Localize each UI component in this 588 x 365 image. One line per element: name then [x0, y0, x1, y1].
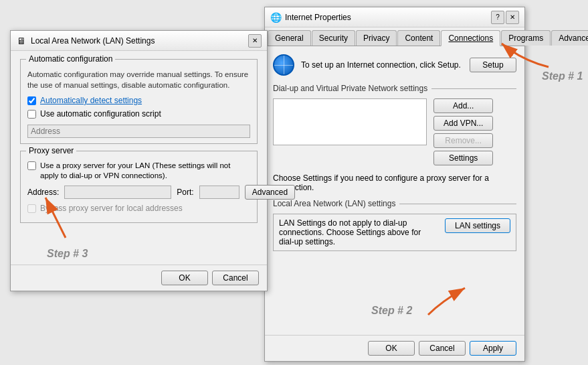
auto-detect-checkbox[interactable]: [27, 96, 36, 105]
proxy-row: Choose Settings if you need to configure…: [273, 173, 516, 192]
use-proxy-checkbox[interactable]: [27, 161, 36, 170]
lan-outer-box: LAN Settings do not apply to dial-up con…: [273, 214, 516, 251]
auto-detect-label[interactable]: Automatically detect settings: [40, 96, 142, 106]
lan-content-row: LAN Settings do not apply to dial-up con…: [279, 218, 510, 246]
lan-titlebar-left: 🖥 Local Area Network (LAN) Settings: [16, 35, 155, 46]
titlebar-title-left: 🌐 Internet Properties: [270, 12, 351, 23]
vpn-section: Add... Add VPN... Remove... Settings: [273, 98, 516, 165]
settings-button[interactable]: Settings: [433, 151, 493, 165]
script-address-input[interactable]: [27, 125, 250, 138]
lan-dialog-title: Local Area Network (LAN) Settings: [31, 36, 155, 46]
proxy-server-content: Use a proxy server for your LAN (These s…: [27, 161, 250, 214]
bypass-proxy-row: Bypass proxy server for local addresses: [27, 204, 250, 214]
dialup-divider-line: [431, 88, 516, 89]
proxy-server-title: Proxy server: [26, 146, 76, 155]
auto-config-title: Automatic configuration: [26, 54, 115, 64]
proxy-address-row: Address: Port: Advanced: [27, 185, 250, 200]
tabs-bar: General Security Privacy Content Connect…: [265, 27, 524, 46]
lan-ok-button[interactable]: OK: [161, 271, 208, 285]
proxy-server-group: Proxy server Use a proxy server for your…: [20, 151, 258, 222]
auto-config-text: Automatic configuration may override man…: [27, 69, 250, 90]
tab-security[interactable]: Security: [312, 30, 355, 46]
tab-advanced[interactable]: Advanced: [551, 30, 588, 46]
tab-content[interactable]: Content: [397, 30, 440, 46]
lan-section-title: Local Area Network (LAN) settings: [273, 199, 399, 208]
lan-section-header: Local Area Network (LAN) settings: [273, 199, 516, 208]
lan-section-line: [399, 204, 516, 204]
proxy-port-input[interactable]: [199, 186, 239, 199]
tab-connections[interactable]: Connections: [441, 30, 500, 46]
vpn-listbox[interactable]: [273, 98, 427, 145]
auto-script-row: Use automatic configuration script: [27, 109, 250, 120]
add-vpn-button[interactable]: Add VPN...: [433, 116, 493, 131]
help-button[interactable]: ?: [491, 11, 504, 24]
lan-titlebar-buttons: ✕: [248, 34, 262, 48]
setup-row: To set up an Internet connection, click …: [273, 54, 516, 76]
use-proxy-label[interactable]: Use a proxy server for your LAN (These s…: [40, 161, 250, 181]
address-label: Address:: [27, 188, 59, 197]
tab-general[interactable]: General: [268, 30, 311, 46]
lan-dialog-content: Automatic configuration Automatic config…: [11, 51, 267, 238]
port-label: Port:: [177, 188, 193, 197]
tab-programs[interactable]: Programs: [501, 30, 551, 46]
auto-script-label[interactable]: Use automatic configuration script: [40, 109, 161, 120]
step2-label: Step # 2: [371, 305, 412, 317]
proxy-text: Choose Settings if you need to configure…: [273, 173, 516, 192]
ok-button-internet[interactable]: OK: [368, 341, 415, 356]
auto-config-content: Automatic configuration may override man…: [27, 69, 250, 138]
use-proxy-row: Use a proxy server for your LAN (These s…: [27, 161, 250, 181]
lan-settings-button[interactable]: LAN settings: [445, 218, 510, 233]
setup-text: To set up an Internet connection, click …: [301, 60, 463, 70]
ie-icon: 🌐: [270, 12, 281, 23]
lan-description: LAN Settings do not apply to dial-up con…: [279, 218, 438, 246]
lan-dialog-titlebar: 🖥 Local Area Network (LAN) Settings ✕: [11, 31, 267, 51]
lan-settings-section: Local Area Network (LAN) settings LAN Se…: [273, 199, 516, 251]
bypass-proxy-checkbox[interactable]: [27, 204, 36, 213]
vpn-buttons: Add... Add VPN... Remove... Settings: [433, 98, 493, 165]
lan-close-button[interactable]: ✕: [248, 34, 262, 48]
lan-icon: 🖥: [16, 35, 27, 46]
dialup-section-header: Dial-up and Virtual Private Network sett…: [273, 84, 516, 93]
cancel-button-internet[interactable]: Cancel: [419, 341, 466, 356]
dialup-section-title: Dial-up and Virtual Private Network sett…: [273, 84, 431, 93]
apply-button[interactable]: Apply: [470, 341, 516, 356]
tab-privacy[interactable]: Privacy: [356, 30, 397, 46]
close-button[interactable]: ✕: [506, 11, 519, 24]
setup-button[interactable]: Setup: [470, 58, 516, 72]
auto-script-checkbox[interactable]: [27, 110, 36, 119]
titlebar-buttons: ? ✕: [491, 11, 519, 24]
auto-detect-row: Automatically detect settings: [27, 96, 250, 106]
step3-label: Step # 3: [47, 248, 88, 260]
internet-props-footer: OK Cancel Apply: [265, 335, 524, 361]
step1-label: Step # 1: [542, 70, 583, 82]
lan-cancel-button[interactable]: Cancel: [212, 271, 259, 285]
proxy-address-input[interactable]: [64, 186, 171, 199]
internet-props-titlebar: 🌐 Internet Properties ? ✕: [265, 7, 524, 27]
internet-props-content: To set up an Internet connection, click …: [265, 46, 524, 259]
auto-config-group: Automatic configuration Automatic config…: [20, 59, 258, 144]
globe-icon: [273, 54, 294, 76]
advanced-button[interactable]: Advanced: [245, 185, 295, 200]
remove-button[interactable]: Remove...: [433, 133, 493, 148]
internet-props-title: Internet Properties: [285, 13, 351, 22]
bypass-proxy-label[interactable]: Bypass proxy server for local addresses: [40, 204, 183, 214]
lan-dialog-footer: OK Cancel: [11, 265, 267, 291]
add-button[interactable]: Add...: [433, 98, 493, 113]
